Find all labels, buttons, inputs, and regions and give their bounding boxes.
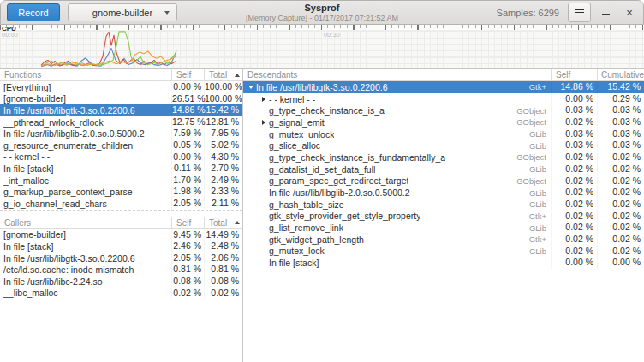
table-row[interactable]: g_markup_parse_context_parse1.98 %2.33 % [0, 186, 242, 198]
table-row[interactable]: In file /usr/lib/libgtk-3.so.0.2200.614.… [0, 104, 242, 116]
self-value: 2.46 % [171, 240, 204, 252]
table-row[interactable]: g_type_check_instance_is_aGObject0.03 %0… [243, 104, 644, 116]
table-row[interactable]: g_param_spec_get_redirect_targetGObject0… [243, 175, 644, 187]
category-label: GObject [516, 152, 551, 162]
row-label: g_type_check_instance_is_a [269, 105, 385, 116]
minimize-icon [602, 14, 610, 15]
table-row[interactable]: In file /usr/lib/libgtk-3.so.0.2200.62.0… [0, 252, 242, 264]
category-label: Gtk+ [529, 82, 551, 92]
self-column-header[interactable]: Self [171, 217, 204, 228]
self-value: 0.02 % [551, 199, 597, 211]
table-row[interactable]: g_type_check_instance_is_fundamentally_a… [243, 151, 644, 163]
row-label-wrap: g_slice_alloc [243, 140, 529, 151]
self-value: 0.05 % [171, 139, 204, 151]
cumulative-value: 0.02 % [597, 246, 644, 258]
row-label: [gnome-builder] [0, 229, 171, 240]
total-value: 2.33 % [204, 186, 242, 198]
expander-closed-icon[interactable] [258, 97, 269, 102]
table-row[interactable]: In file /usr/lib/libglib-2.0.so.0.5000.2… [243, 187, 644, 199]
table-row[interactable]: __libc_malloc0.02 %0.02 % [0, 288, 242, 300]
self-column-header[interactable]: Self [551, 69, 597, 80]
self-column-header[interactable]: Self [171, 69, 204, 80]
table-row[interactable]: g_slice_allocGLib0.03 %0.03 % [243, 139, 644, 151]
table-row[interactable]: g_mutex_unlockGLib0.03 %0.03 % [243, 128, 644, 140]
category-label: GLib [529, 164, 551, 174]
self-value: 0.02 % [551, 116, 597, 128]
self-value: 0.00 % [551, 257, 597, 269]
category-label: GLib [529, 223, 551, 233]
self-value: 0.00 % [171, 81, 204, 93]
row-label-wrap: In file /usr/lib/libglib-2.0.so.0.5000.2 [243, 187, 529, 198]
table-row[interactable]: - - kernel - -0.00 %4.30 % [0, 151, 242, 163]
self-value: 0.03 % [551, 104, 597, 116]
timeline-mid-label: 00:30 [324, 32, 340, 38]
total-value: 0.81 % [204, 264, 242, 276]
callers-column-header[interactable]: Callers [0, 217, 171, 228]
row-label-wrap: - - kernel - - [243, 94, 546, 104]
minimize-button[interactable] [599, 3, 614, 22]
table-row[interactable]: [Everything]0.00 %100.00 % [0, 81, 242, 93]
row-label: __pthread_rwlock_rdlock [0, 117, 171, 128]
functions-column-header[interactable]: Functions [0, 69, 171, 80]
total-value: 14.49 % [204, 229, 242, 241]
row-label: g_markup_parse_context_parse [0, 187, 171, 197]
table-row[interactable]: /etc/ld.so.cache: inode mismatch0.81 %0.… [0, 264, 242, 276]
table-row[interactable]: g_io_channel_read_chars2.05 %2.11 % [0, 198, 242, 210]
table-row[interactable]: In file [stack]0.11 %2.70 % [0, 163, 242, 175]
row-label-wrap: g_signal_emit [243, 117, 516, 128]
table-row[interactable]: In file /usr/lib/libgtk-3.so.0.2200.6Gtk… [243, 81, 644, 93]
table-row[interactable]: [gnome-builder]26.51 %100.00 % [0, 93, 242, 105]
total-value: 2.11 % [204, 198, 242, 210]
expander-open-icon[interactable] [245, 86, 256, 89]
cumulative-value: 0.02 % [597, 199, 644, 211]
self-value: 2.05 % [171, 198, 204, 210]
row-label: /etc/ld.so.cache: inode mismatch [0, 264, 171, 275]
headerbar: Record gnome-builder Sysprof [Memory Cap… [0, 0, 644, 25]
process-selector-dropdown[interactable]: gnome-builder [68, 3, 177, 21]
cumulative-value: 0.02 % [597, 187, 644, 199]
table-row[interactable]: gtk_style_provider_get_style_propertyGtk… [243, 211, 644, 223]
table-row[interactable]: g_list_remove_linkGLib0.02 %0.02 % [243, 222, 644, 234]
table-row[interactable]: g_mutex_lockGLib0.02 %0.02 % [243, 246, 644, 258]
table-row[interactable]: - - kernel - -0.00 %0.29 % [243, 93, 644, 105]
self-value: 0.03 % [551, 128, 597, 140]
table-row[interactable]: [gnome-builder]9.45 %14.49 % [0, 229, 242, 241]
table-row[interactable]: g_datalist_id_set_data_fullGLib0.02 %0.0… [243, 163, 644, 175]
cpu-timeline[interactable]: CPU 00:00 00:30 [0, 25, 644, 69]
menu-button[interactable] [568, 3, 591, 22]
category-label: Gtk+ [529, 234, 551, 244]
self-value: 0.08 % [171, 276, 204, 288]
sort-arrow-icon [235, 74, 240, 77]
expander-closed-icon[interactable] [258, 120, 269, 125]
table-row[interactable]: g_hash_table_sizeGLib0.02 %0.02 % [243, 199, 644, 211]
total-column-header[interactable]: Total [204, 217, 242, 228]
table-row[interactable]: In file /usr/lib/libc-2.24.so0.08 %0.08 … [0, 276, 242, 288]
total-column-header[interactable]: Total [204, 69, 242, 80]
table-row[interactable]: In file [stack]2.46 %2.48 % [0, 240, 242, 252]
table-row[interactable]: g_signal_emitGObject0.02 %0.03 % [243, 116, 644, 128]
table-row[interactable]: gtk_widget_path_lengthGtk+0.02 %0.02 % [243, 234, 644, 246]
record-button[interactable]: Record [7, 3, 60, 21]
row-label: In file /usr/lib/libglib-2.0.so.0.5000.2 [269, 187, 410, 198]
table-row[interactable]: In file /usr/lib/libglib-2.0.so.0.5000.2… [0, 128, 242, 139]
self-value: 0.02 % [171, 288, 204, 300]
chevron-down-icon [164, 11, 170, 15]
row-label: - - kernel - - [0, 151, 171, 162]
total-value: 2.49 % [204, 175, 242, 187]
table-row[interactable]: _int_malloc1.70 %2.49 % [0, 175, 242, 187]
table-row[interactable]: g_resource_enumerate_children0.05 %5.02 … [0, 139, 242, 151]
total-value: 100.00 % [204, 81, 242, 93]
row-label: g_signal_emit [269, 117, 325, 128]
cumulative-column-header[interactable]: Cumulative [597, 69, 644, 80]
total-value: 4.30 % [204, 151, 242, 163]
total-value: 5.02 % [204, 139, 242, 151]
descendants-column-header[interactable]: Descendants [243, 69, 551, 80]
table-row[interactable]: __pthread_rwlock_rdlock12.75 %12.81 % [0, 116, 242, 128]
right-pane: Descendants Self Cumulative In file /usr… [243, 69, 644, 362]
table-row[interactable]: In file [stack]0.00 %0.00 % [243, 257, 644, 269]
cumulative-value: 0.02 % [597, 211, 644, 223]
self-value: 7.59 % [171, 128, 204, 139]
profile-panes: Functions Self Total [Everything]0.00 %1… [0, 69, 644, 362]
close-button[interactable]: × [622, 3, 637, 22]
row-label: In file /usr/lib/libgtk-3.so.0.2200.6 [256, 82, 388, 92]
